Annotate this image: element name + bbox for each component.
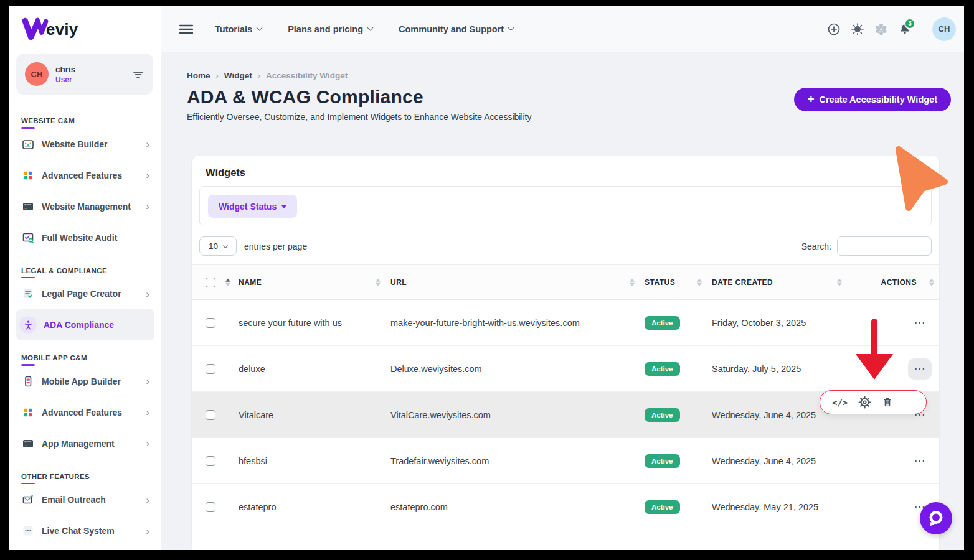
column-header-date-created[interactable]: DATE CREATED [712,265,852,300]
app-window: eviy CH chris User WEBSITE C&M Website B… [9,6,964,550]
cell-date-created: Saturday, July 5, 2025 [712,346,852,392]
sidebar-item-advanced-features[interactable]: Advanced Features › [21,160,149,191]
section-title-legal-compliance: LEGAL & COMPLIANCE [21,267,149,279]
table-row[interactable]: secure your future with us make-your-fut… [192,300,939,346]
sort-icon[interactable] [225,278,230,286]
user-avatar[interactable]: CH [932,17,956,41]
breadcrumb-widget[interactable]: Widget [224,71,252,80]
top-navbar: Tutorials Plans and pricing Community an… [161,6,964,52]
sidebar-item-mobile-app-builder[interactable]: Mobile App Builder › [21,366,149,397]
cell-actions: ⋯ [852,300,939,346]
row-checkbox[interactable] [206,318,215,328]
sort-icon[interactable] [376,278,381,286]
chevron-right-icon: › [146,495,149,505]
chevron-down-icon [508,25,514,31]
live-chat-bubble-button[interactable] [920,502,952,534]
status-badge: Active [645,316,680,330]
column-header-actions[interactable]: ACTIONS [852,265,939,300]
row-actions-menu-button[interactable]: ⋯ [908,450,932,472]
status-badge: Active [645,408,680,422]
row-checkbox[interactable] [206,456,215,466]
sort-icon[interactable] [837,278,842,286]
search-input[interactable] [837,236,932,256]
cell-url: make-your-future-bright-with-us.weviysit… [390,300,645,346]
row-checkbox[interactable] [206,410,215,420]
row-checkbox[interactable] [206,502,215,512]
breadcrumb-home[interactable]: Home [187,71,210,80]
widgets-card: Widgets Widget Status 10 entries per pag… [192,156,939,550]
select-all-checkbox[interactable] [206,278,215,287]
nav-community-and-support[interactable]: Community and Support [399,24,513,34]
trash-icon[interactable] [882,396,893,408]
table-row[interactable]: deluxe Deluxe.weviysites.com Active Satu… [192,346,939,392]
advanced-features-icon [21,169,35,182]
entries-per-page-select[interactable]: 10 [199,236,237,256]
nav-plans-and-pricing[interactable]: Plans and pricing [288,24,372,34]
sidebar-item-ada-compliance[interactable]: ADA Compliance [16,309,154,340]
avatar: CH [25,62,49,86]
sidebar: eviy CH chris User WEBSITE C&M Website B… [9,6,161,550]
add-circle-icon[interactable] [826,22,841,37]
sidebar-item-app-management[interactable]: App Management › [21,428,149,459]
sidebar-item-website-management[interactable]: Website Management › [21,191,149,222]
filter-bar: Widget Status [199,186,932,226]
app-management-icon [21,437,35,450]
create-accessibility-widget-button[interactable]: + Create Accessibility Widget [794,88,951,111]
row-actions-menu-button[interactable]: ⋯ [908,312,932,334]
cell-name: estatepro [239,484,390,530]
table-row[interactable]: hfesbsi Tradefair.weviysites.com Active … [192,438,939,484]
table-row[interactable]: estatepro estatepro.com Active Wednesday… [192,484,939,530]
sidebar-item-email-outreach[interactable]: Email Outreach › [21,484,149,515]
notifications-bell-icon[interactable]: 3 [897,22,912,37]
chat-bubble-icon [927,509,945,528]
cell-name: hfesbsi [239,438,390,484]
sidebar-item-live-chat-system[interactable]: Live Chat System › [21,515,149,546]
advanced-features-icon [21,406,35,419]
page-content: Home › Widget › Accessibility Widget ADA… [161,52,964,550]
chevron-right-icon: › [146,376,149,386]
widget-status-dropdown[interactable]: Widget Status [208,195,297,218]
notification-count-badge: 3 [904,18,915,29]
cell-date-created: Friday, October 3, 2025 [712,300,852,346]
sidebar-item-advanced-features-mobile[interactable]: Advanced Features › [21,397,149,428]
sidebar-item-website-builder[interactable]: Website Builder › [21,129,149,160]
gear-icon[interactable] [858,396,871,409]
search-label: Search: [801,241,831,251]
row-checkbox[interactable] [206,364,215,374]
column-header-name[interactable]: NAME [239,265,390,300]
cell-name: deluxe [239,346,390,392]
sort-icon[interactable] [630,278,635,286]
status-badge: Active [645,500,680,514]
sort-icon[interactable] [929,278,934,286]
sidebar-item-legal-page-creator[interactable]: Legal Page Creator › [21,278,149,309]
column-header-status[interactable]: STATUS [645,265,712,300]
mobile-app-builder-icon [21,375,35,388]
filter-icon[interactable] [132,68,144,80]
breadcrumb-separator: › [216,71,219,80]
cell-name: secure your future with us [239,300,390,346]
live-chat-icon [21,524,35,538]
cell-url: VitalCare.weviysites.com [390,392,645,438]
cell-actions: ⋯ [852,438,939,484]
full-website-audit-icon [21,231,35,245]
cell-status: Active [645,300,712,346]
cell-date-created: Wednesday, May 21, 2025 [712,484,852,530]
nav-tutorials[interactable]: Tutorials [215,24,262,34]
table-header-row: NAME URL STATUS DATE CREATED ACTIONS [192,265,939,300]
sort-icon[interactable] [697,278,702,286]
settings-flower-icon[interactable] [874,22,889,37]
hamburger-menu-icon[interactable] [179,24,194,35]
embed-code-icon[interactable]: </> [832,398,848,408]
website-builder-icon [21,138,35,151]
sidebar-item-full-website-audit[interactable]: Full Website Audit [21,222,149,253]
user-card[interactable]: CH chris User [16,54,153,95]
breadcrumb: Home › Widget › Accessibility Widget [187,71,964,80]
brand-logo[interactable]: eviy [9,6,161,50]
column-header-url[interactable]: URL [390,265,645,300]
user-role: User [55,75,132,84]
page-subtitle: Efficiently Oversee, Customize, and Impl… [187,112,532,122]
theme-brightness-icon[interactable] [850,22,865,37]
row-actions-menu-button[interactable]: ⋯ [908,358,932,380]
chevron-right-icon: › [146,201,149,212]
caret-down-icon [281,205,286,208]
